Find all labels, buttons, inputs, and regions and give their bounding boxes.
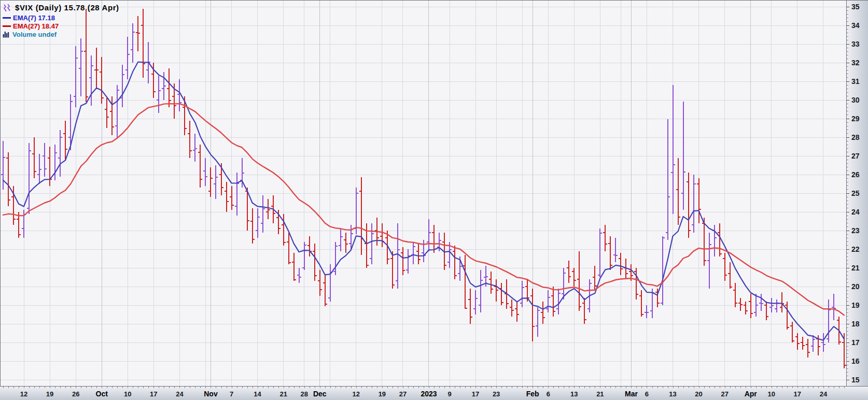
x-axis-label: 24 <box>820 390 828 398</box>
x-axis-label: 14 <box>254 390 261 398</box>
horizontal-gridlines <box>0 7 846 380</box>
y-axis-label: 18 <box>851 320 860 328</box>
x-axis-label: Feb <box>526 390 539 398</box>
ema27-label: EMA(27) 18.47 <box>13 22 59 30</box>
chart-title: $VIX (Daily) 15.78 (28 Apr) <box>15 3 119 12</box>
x-axis-label: 19 <box>46 390 53 398</box>
y-axis-label: 21 <box>851 264 860 272</box>
x-axis-label: 24 <box>176 390 184 398</box>
y-axis-label: 35 <box>851 3 860 11</box>
x-axis-label: 12 <box>20 390 27 398</box>
x-axis-label: 17 <box>150 390 157 398</box>
y-axis-label: 15 <box>851 376 860 384</box>
y-axis-ticks <box>847 7 849 380</box>
y-axis-label: 23 <box>851 226 860 235</box>
x-axis-label: 17 <box>794 390 801 398</box>
x-axis-label: 26 <box>72 390 79 398</box>
y-axis-label: 34 <box>851 21 860 30</box>
vix-daily-chart-page: { "legend": { "title": "$VIX (Daily) 15.… <box>0 0 868 400</box>
price-chart: 3534333231302928272625242322212019181716… <box>0 0 868 400</box>
y-axis-label: 19 <box>851 301 860 309</box>
y-axis-label: 32 <box>851 59 860 67</box>
y-axis-label: 28 <box>851 133 860 141</box>
x-axis-label: Oct <box>96 390 108 398</box>
x-axis-label: 27 <box>399 390 407 398</box>
ema7-label: EMA(7) 17.18 <box>13 14 55 22</box>
y-axis-label: 25 <box>851 189 860 197</box>
x-axis-label: 9 <box>447 390 451 398</box>
ema7-swatch <box>3 17 11 19</box>
x-axis-label: 21 <box>279 390 287 398</box>
chart-title-row: $VIX (Daily) 15.78 (28 Apr) <box>3 2 119 13</box>
ema27-swatch <box>3 25 11 27</box>
y-axis-label: 27 <box>851 152 860 160</box>
x-axis-label: Nov <box>204 390 218 398</box>
chart-legend: $VIX (Daily) 15.78 (28 Apr) EMA(7) 17.18… <box>3 2 119 38</box>
x-axis-label: 13 <box>570 390 578 398</box>
x-axis-label: 10 <box>124 390 131 398</box>
legend-row-ema7: EMA(7) 17.18 <box>3 13 119 22</box>
y-axis-label: 30 <box>851 96 860 104</box>
x-axis-label: Dec <box>313 390 327 398</box>
y-axis-label: 16 <box>851 357 860 365</box>
x-axis-label: 13 <box>669 390 676 398</box>
y-axis-labels: 3534333231302928272625242322212019181716… <box>851 3 860 384</box>
x-axis-label: 12 <box>353 390 360 398</box>
x-axis-label: Apr <box>745 390 758 398</box>
x-axis-label: 27 <box>721 390 728 398</box>
y-axis-label: 17 <box>851 338 860 347</box>
volume-label: Volume undef <box>12 31 57 38</box>
x-axis-label: 19 <box>379 390 386 398</box>
x-axis-label: 17 <box>472 390 479 398</box>
y-axis-label: 31 <box>851 77 860 85</box>
x-axis-label: 7 <box>230 390 233 398</box>
y-axis-label: 33 <box>851 40 860 48</box>
sharpchart-icon <box>3 4 12 12</box>
y-axis-label: 29 <box>851 115 860 123</box>
x-axis-label: 10 <box>768 390 775 398</box>
x-axis-label: 28 <box>300 390 307 398</box>
legend-row-volume: Volume undef <box>3 30 119 38</box>
x-axis-label: 20 <box>695 390 702 398</box>
legend-row-ema27: EMA(27) 18.47 <box>3 22 119 30</box>
x-axis-label: 6 <box>645 390 649 398</box>
y-axis-label: 22 <box>851 245 860 253</box>
volume-bars-icon <box>3 31 10 38</box>
y-axis-label: 20 <box>851 282 860 291</box>
x-axis-label: 21 <box>596 390 604 398</box>
x-axis-label: Mar <box>625 390 638 398</box>
x-axis-label: 2023 <box>421 390 437 398</box>
x-axis-label: 23 <box>493 390 500 398</box>
x-axis-label: 6 <box>547 390 550 398</box>
y-axis-label: 24 <box>851 208 860 216</box>
y-axis-label: 26 <box>851 170 860 179</box>
